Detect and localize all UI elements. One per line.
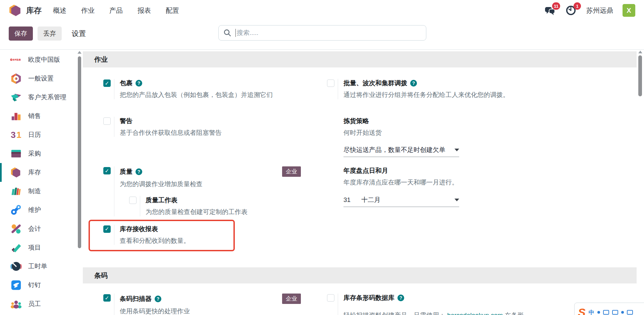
sidebar-item-employees[interactable]: 员工 — [0, 295, 76, 313]
help-icon[interactable]: ? — [410, 80, 417, 87]
setting-label: 包裹 — [120, 79, 132, 88]
menu-configuration[interactable]: 配置 — [166, 6, 179, 15]
sales-icon — [10, 110, 22, 122]
sidebar-item-calendar[interactable]: 3 1 日历 — [0, 125, 76, 144]
apps-sidebar: 苏州远鼎 欧度中国版 一般设置 — [0, 50, 76, 315]
breadcrumb-settings[interactable]: 设置 — [72, 29, 86, 38]
scrollbar-thumb[interactable] — [638, 55, 642, 96]
scroll-up-arrow-icon[interactable] — [77, 51, 82, 54]
picking-policy-select[interactable]: 尽快运送产品，数量不足时创建欠单 — [343, 146, 459, 157]
odoo-china-logo-icon: 苏州远鼎 — [10, 54, 22, 66]
help-icon[interactable]: ? — [136, 80, 142, 87]
setting-label: 批量、波次和集群调拨 — [343, 79, 407, 88]
manufacturing-icon — [10, 185, 22, 197]
ime-toolbar[interactable]: S 中 — [574, 303, 644, 315]
ime-dot-icon[interactable] — [597, 311, 600, 314]
setting-label: 库存条形码数据库 — [343, 294, 394, 302]
page-scrollbar[interactable] — [637, 49, 644, 315]
menu-reporting[interactable]: 报表 — [138, 6, 151, 15]
sidebar-item-purchase[interactable]: 采购 — [0, 144, 76, 163]
annual-inventory-fields[interactable]: 31 十二月 — [343, 196, 459, 207]
scroll-up-arrow-icon[interactable] — [638, 51, 642, 53]
dingtalk-icon — [10, 279, 22, 291]
sidebar-item-timesheets[interactable]: 工时单 — [0, 257, 76, 276]
ime-settings-icon[interactable] — [627, 310, 633, 315]
setting-desc: 把您的产品放入包装（例如包裹，包装盒）并追溯它们 — [120, 91, 327, 99]
menu-products[interactable]: 产品 — [109, 6, 123, 15]
setting-label: 年度盘点日和月 — [343, 166, 388, 175]
setting-label: 拣货策略 — [343, 117, 369, 125]
setting-desc: 年度库存清点应在哪一天和哪一月进行。 — [343, 178, 637, 187]
user-menu[interactable]: 苏州远鼎 — [586, 6, 613, 15]
sidebar-item-manufacturing[interactable]: 制造 — [0, 182, 76, 201]
setting-quality-worksheet: 质量工作表 为您的质量检查创建可定制的工作表 — [129, 196, 327, 216]
annual-day-input[interactable]: 31 — [343, 196, 351, 204]
setting-desc: 何时开始送货 — [343, 128, 637, 137]
packages-checkbox[interactable] — [103, 80, 111, 87]
sidebar-item-project[interactable]: 项目 — [0, 238, 76, 257]
barcode-database-checkbox[interactable] — [327, 294, 334, 302]
quality-checkbox[interactable] — [103, 167, 111, 174]
activities-button[interactable]: 1 — [566, 5, 577, 16]
search-box[interactable] — [218, 25, 426, 41]
search-input[interactable] — [237, 29, 421, 37]
sidebar-item-general-settings[interactable]: 一般设置 — [0, 69, 76, 88]
ime-toolbox-icon[interactable] — [612, 310, 618, 315]
ime-mic-icon[interactable] — [621, 311, 624, 314]
timesheet-icon — [10, 260, 22, 272]
sidebar-item-crm[interactable]: 客户关系管理 — [0, 88, 76, 107]
barcode-scanner-checkbox[interactable] — [103, 294, 111, 302]
maintenance-icon — [10, 204, 22, 216]
sogou-logo-icon[interactable]: S — [578, 307, 586, 315]
body: 苏州远鼎 欧度中国版 一般设置 — [0, 49, 644, 315]
messages-badge: 11 — [552, 2, 560, 10]
setting-quality: 质量 ? 企业 为您的调拨作业增加质量检查 质量工作表 — [103, 166, 327, 216]
sidebar-item-odoo-china[interactable]: 苏州远鼎 欧度中国版 — [0, 50, 76, 69]
help-icon[interactable]: ? — [136, 168, 142, 175]
sidebar-item-dingtalk[interactable]: 钉钉 — [0, 276, 76, 295]
section-title: 作业 — [94, 55, 108, 64]
purchase-icon — [10, 148, 22, 160]
annual-month-select[interactable]: 十二月 — [361, 196, 380, 204]
svg-text:1: 1 — [16, 130, 21, 140]
messages-button[interactable]: 11 — [545, 5, 556, 16]
project-icon — [10, 242, 22, 254]
highlight-red-box: 库存接收报表 查看和分配收到的数量。 — [89, 220, 235, 252]
setting-reception-report: 库存接收报表 查看和分配收到的数量。 — [103, 225, 233, 245]
help-icon[interactable]: ? — [397, 295, 404, 301]
ime-keyboard-icon[interactable] — [603, 310, 609, 315]
top-nav-bar: 库存 概述 作业 产品 报表 配置 11 — [0, 0, 644, 21]
control-bar: 保存 丢弃 设置 — [0, 21, 644, 46]
inventory-icon — [10, 166, 22, 178]
warnings-checkbox[interactable] — [103, 117, 111, 125]
sidebar-item-accounting[interactable]: 会计 — [0, 219, 76, 238]
discard-button[interactable]: 丢弃 — [38, 27, 62, 41]
menu-operations[interactable]: 作业 — [81, 6, 95, 15]
section-barcode: 条码 — [83, 267, 637, 283]
reception-report-checkbox[interactable] — [103, 225, 111, 233]
avatar[interactable]: X — [623, 4, 635, 17]
quality-worksheet-checkbox[interactable] — [129, 197, 137, 204]
topbar-right: 11 1 苏州远鼎 X — [545, 4, 635, 17]
setting-desc: 基于合作伙伴获取信息或者阻塞警告 — [120, 128, 327, 137]
barcodelookup-link[interactable]: barcodelookup.com — [447, 312, 503, 315]
menu-overview[interactable]: 概述 — [53, 6, 66, 15]
setting-desc: 为您的质量检查创建可定制的工作表 — [146, 208, 327, 216]
sidebar-item-sales[interactable]: 销售 — [0, 107, 76, 125]
setting-desc: 通过将作业进行分组并将任务分配给工人来优化您的调拨。 — [343, 91, 637, 99]
batch-checkbox[interactable] — [327, 80, 334, 87]
sidebar-item-maintenance[interactable]: 维护 — [0, 201, 76, 219]
inventory-app-icon[interactable] — [9, 4, 21, 17]
svg-text:3: 3 — [11, 130, 16, 140]
sidebar-scrollbar[interactable] — [76, 50, 83, 315]
scrollbar-thumb[interactable] — [78, 56, 81, 248]
ime-mode-icon[interactable]: 中 — [589, 309, 594, 315]
sidebar-item-inventory[interactable]: 库存 — [0, 163, 76, 182]
enterprise-badge: 企业 — [282, 294, 301, 304]
section-operations: 作业 — [83, 51, 637, 67]
section-title: 条码 — [94, 271, 108, 280]
svg-text:苏州远鼎: 苏州远鼎 — [12, 58, 21, 61]
help-icon[interactable]: ? — [155, 296, 161, 302]
app-title[interactable]: 库存 — [26, 5, 42, 16]
save-button[interactable]: 保存 — [9, 27, 33, 41]
